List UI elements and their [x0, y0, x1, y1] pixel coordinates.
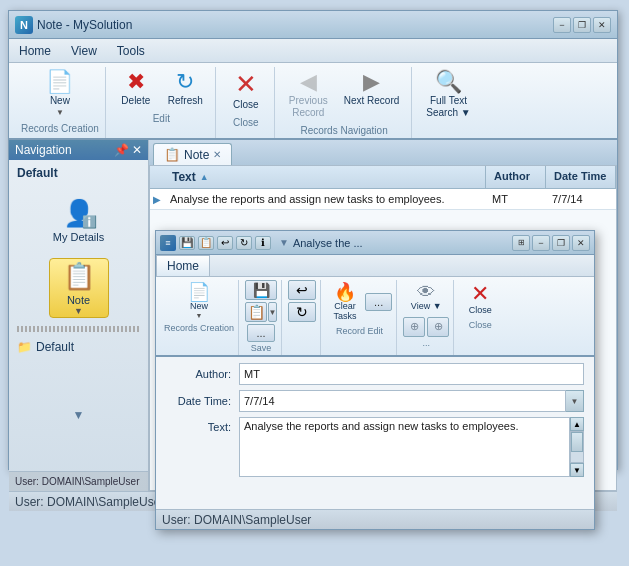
inner-view-extra-2[interactable]: ⊕: [427, 317, 449, 337]
row-indicator-header: [150, 166, 164, 188]
folder-icon: 📁: [17, 340, 32, 354]
ribbon-group-close: ✕ Close Close: [218, 67, 275, 138]
inner-ribbon-group-save: 💾 📋 ▼ ... Save: [241, 280, 282, 355]
tab-note-close-icon[interactable]: ✕: [213, 149, 221, 160]
inner-note-arrow-button[interactable]: ▼: [268, 302, 277, 322]
datetime-dropdown-button[interactable]: ▼: [566, 390, 584, 412]
inner-close-record-icon: ✕: [471, 283, 489, 305]
delete-icon: ✖: [127, 71, 145, 93]
column-header-datetime[interactable]: Date Time: [546, 166, 616, 188]
inner-close-record-label: Close: [469, 306, 492, 316]
previous-record-button[interactable]: ◀ PreviousRecord: [283, 67, 334, 123]
inner-redo-button[interactable]: ↻: [288, 302, 316, 322]
inner-ribbon-group-clear: 🔥 ClearTasks ... Record Edit: [323, 280, 397, 355]
folder-label: Default: [36, 340, 74, 354]
status-text: User: DOMAIN\SampleUser: [15, 495, 164, 509]
inner-title-separator: ▼: [279, 237, 289, 248]
inner-restore-button[interactable]: ❐: [552, 235, 570, 251]
delete-button[interactable]: ✖ Delete: [114, 67, 158, 111]
refresh-button[interactable]: ↻ Refresh: [162, 67, 209, 111]
sidebar-title: Navigation: [15, 143, 72, 157]
ribbon-buttons-search: 🔍 Full TextSearch ▼: [420, 67, 476, 123]
table-row[interactable]: ▶ Analyse the reports and assign new tas…: [150, 189, 616, 210]
scrollbar-down-button[interactable]: ▼: [570, 463, 584, 477]
datetime-label: Date Time:: [166, 395, 231, 407]
sidebar-folder-default[interactable]: 📁 Default: [9, 336, 148, 358]
title-bar-controls: − ❐ ✕: [553, 17, 611, 33]
ribbon-buttons-new: 📄 New ▼: [35, 67, 85, 121]
inner-maximize-icon-btn[interactable]: ⊞: [512, 235, 530, 251]
scrollbar-thumb[interactable]: [571, 432, 583, 452]
text-field[interactable]: Analyse the reports and assign new tasks…: [239, 417, 570, 477]
row-author-cell: MT: [486, 189, 546, 209]
close-window-button[interactable]: ✕: [593, 17, 611, 33]
close-button[interactable]: ✕ Close: [224, 67, 268, 115]
inner-menu-item-home[interactable]: Home: [156, 255, 210, 276]
inner-save-ellipsis-button[interactable]: ...: [247, 324, 274, 342]
inner-save-icon-btn[interactable]: 💾: [179, 236, 195, 250]
sidebar-header: Navigation 📌 ✕: [9, 140, 148, 160]
inner-undo-button[interactable]: ↩: [288, 280, 316, 300]
ribbon-group-navigation: ◀ PreviousRecord ▶ Next Record Records N…: [277, 67, 412, 138]
inner-toolbar-icons: ≡ 💾 📋 ↩ ↻ ℹ: [160, 235, 271, 251]
row-text-cell: Analyse the reports and assign new tasks…: [164, 189, 486, 209]
menu-item-home[interactable]: Home: [9, 41, 61, 61]
minimize-button[interactable]: −: [553, 17, 571, 33]
datetime-field[interactable]: [239, 390, 566, 412]
clear-tasks-ellipsis-button[interactable]: ...: [365, 293, 392, 311]
sidebar: Navigation 📌 ✕ Default 👤 ℹ️ My Details 📋…: [9, 140, 149, 491]
inner-ribbon: 📄 New ▼ Records Creation 💾 📋 ▼ ... Sa: [156, 277, 594, 357]
inner-close-record-button[interactable]: ✕ Close: [460, 280, 500, 319]
inner-app-icon: ≡: [160, 235, 176, 251]
author-field[interactable]: [239, 363, 584, 385]
clear-tasks-button[interactable]: 🔥 ClearTasks: [327, 280, 363, 325]
inner-close-btns: ✕ Close: [460, 280, 500, 319]
inner-redo-icon-btn[interactable]: ↻: [236, 236, 252, 250]
menu-item-tools[interactable]: Tools: [107, 41, 155, 61]
previous-record-icon: ◀: [300, 71, 317, 93]
menu-item-view[interactable]: View: [61, 41, 107, 61]
inner-ribbon-group-new: 📄 New ▼ Records Creation: [160, 280, 239, 355]
sidebar-item-my-details[interactable]: 👤 ℹ️ My Details: [49, 190, 109, 250]
inner-view-extra-1[interactable]: ⊕: [403, 317, 425, 337]
inner-ribbon-group-undoredo: ↩ ↻: [284, 280, 321, 355]
inner-save-button[interactable]: 💾: [245, 280, 277, 300]
scrollbar-up-button[interactable]: ▲: [570, 417, 584, 431]
inner-menu-bar: Home: [156, 255, 594, 277]
sidebar-pin-icon[interactable]: 📌 ✕: [114, 143, 142, 157]
sidebar-item-note[interactable]: 📋 Note ▼: [49, 258, 109, 318]
ribbon-group-records-creation: 📄 New ▼ Records Creation: [15, 67, 106, 138]
row-indicator: ▶: [150, 194, 164, 205]
inner-close-button[interactable]: ✕: [572, 235, 590, 251]
inner-note-icon-btn[interactable]: 📋: [198, 236, 214, 250]
next-record-button[interactable]: ▶ Next Record: [338, 67, 406, 123]
inner-title-left: ≡ 💾 📋 ↩ ↻ ℹ ▼ Analyse the ...: [160, 235, 363, 251]
tabs-bar: 📋 Note ✕: [149, 140, 617, 165]
column-header-author[interactable]: Author: [486, 166, 546, 188]
next-record-icon: ▶: [363, 71, 380, 93]
inner-info-icon-btn[interactable]: ℹ: [255, 236, 271, 250]
inner-minimize-button[interactable]: −: [532, 235, 550, 251]
inner-view-button[interactable]: 👁 View ▼: [406, 280, 447, 315]
inner-note-save-button[interactable]: 📋: [245, 302, 267, 322]
column-header-text[interactable]: Text ▲: [164, 166, 486, 188]
new-button[interactable]: 📄 New ▼: [35, 67, 85, 121]
refresh-label: Refresh: [168, 95, 203, 107]
text-row: Text: Analyse the reports and assign new…: [166, 417, 584, 477]
inner-new-button[interactable]: 📄 New ▼: [181, 280, 217, 322]
inner-footer: User: DOMAIN\SampleUser: [156, 509, 594, 529]
sidebar-scroll-down[interactable]: ▼: [9, 404, 148, 426]
restore-button[interactable]: ❐: [573, 17, 591, 33]
tab-note[interactable]: 📋 Note ✕: [153, 143, 232, 165]
full-text-search-button[interactable]: 🔍 Full TextSearch ▼: [420, 67, 476, 123]
close-icon: ✕: [235, 71, 257, 97]
my-details-badge-icon: ℹ️: [82, 215, 97, 229]
inner-window-title: Analyse the ...: [293, 237, 363, 249]
inner-ribbon-group-close: ✕ Close Close: [456, 280, 504, 355]
inner-undo-icon-btn[interactable]: ↩: [217, 236, 233, 250]
clear-tasks-area: 🔥 ClearTasks ...: [327, 280, 392, 325]
delete-label: Delete: [121, 95, 150, 107]
save-btn-stack: 💾 📋 ▼ ...: [245, 280, 277, 342]
sidebar-footer: User: DOMAIN\SampleUser: [9, 471, 148, 491]
menu-bar: Home View Tools: [9, 39, 617, 63]
